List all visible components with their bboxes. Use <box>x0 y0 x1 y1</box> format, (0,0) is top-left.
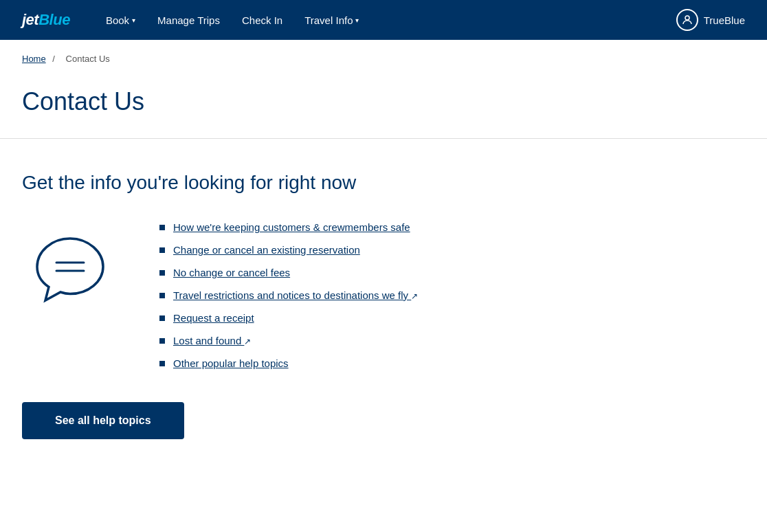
bullet-icon <box>159 315 165 321</box>
site-header: jetBlue Book ▾ Manage Trips Check In Tra… <box>0 0 767 40</box>
help-link-popular-topics[interactable]: Other popular help topics <box>173 357 289 369</box>
bullet-icon <box>159 361 165 366</box>
chat-bubble-icon-wrapper <box>22 228 118 311</box>
external-link-icon: ↗ <box>411 291 418 301</box>
trueblue-button[interactable]: TrueBlue <box>676 9 745 31</box>
list-item: Other popular help topics <box>159 357 418 369</box>
bullet-icon <box>159 293 165 298</box>
list-item: Change or cancel an existing reservation <box>159 244 418 256</box>
list-item: Request a receipt <box>159 312 418 324</box>
help-link-no-fees[interactable]: No change or cancel fees <box>173 267 290 278</box>
section-heading: Get the info you're looking for right no… <box>22 172 745 194</box>
help-link-safety[interactable]: How we're keeping customers & crewmember… <box>173 221 410 233</box>
help-link-receipt[interactable]: Request a receipt <box>173 312 254 324</box>
list-item: Lost and found ↗ <box>159 335 418 346</box>
cta-section: See all help topics <box>22 402 745 439</box>
bullet-icon <box>159 247 165 253</box>
help-link-travel-restrictions[interactable]: Travel restrictions and notices to desti… <box>173 289 418 301</box>
chat-bubble-icon <box>29 228 111 311</box>
nav-item-manage-trips[interactable]: Manage Trips <box>149 9 228 32</box>
bullet-icon <box>159 338 165 344</box>
see-all-help-topics-button[interactable]: See all help topics <box>22 402 184 439</box>
list-item: How we're keeping customers & crewmember… <box>159 221 418 233</box>
nav-item-travel-info[interactable]: Travel Info ▾ <box>296 9 367 32</box>
bullet-icon <box>159 225 165 230</box>
bullet-icon <box>159 270 165 276</box>
help-links-list: How we're keeping customers & crewmember… <box>159 221 418 369</box>
breadcrumb: Home / Contact Us <box>0 40 767 71</box>
breadcrumb-home[interactable]: Home <box>22 54 46 64</box>
help-link-lost-found[interactable]: Lost and found ↗ <box>173 335 251 346</box>
main-nav: Book ▾ Manage Trips Check In Travel Info… <box>98 9 654 32</box>
user-avatar-icon <box>676 9 698 31</box>
site-logo[interactable]: jetBlue <box>22 11 70 29</box>
page-title-section: Contact Us <box>0 71 767 138</box>
breadcrumb-current: Contact Us <box>66 54 110 64</box>
chevron-down-icon: ▾ <box>355 16 359 24</box>
list-item: Travel restrictions and notices to desti… <box>159 289 418 301</box>
svg-point-0 <box>685 16 689 20</box>
external-link-icon: ↗ <box>244 337 251 346</box>
nav-item-check-in[interactable]: Check In <box>234 9 291 32</box>
help-link-change-cancel[interactable]: Change or cancel an existing reservation <box>173 244 360 256</box>
chevron-down-icon: ▾ <box>132 16 135 24</box>
nav-item-book[interactable]: Book ▾ <box>98 9 144 32</box>
list-item: No change or cancel fees <box>159 267 418 278</box>
main-content: Get the info you're looking for right no… <box>0 139 767 472</box>
breadcrumb-separator: / <box>52 54 55 64</box>
info-section: How we're keeping customers & crewmember… <box>22 221 745 369</box>
page-title: Contact Us <box>22 87 745 116</box>
